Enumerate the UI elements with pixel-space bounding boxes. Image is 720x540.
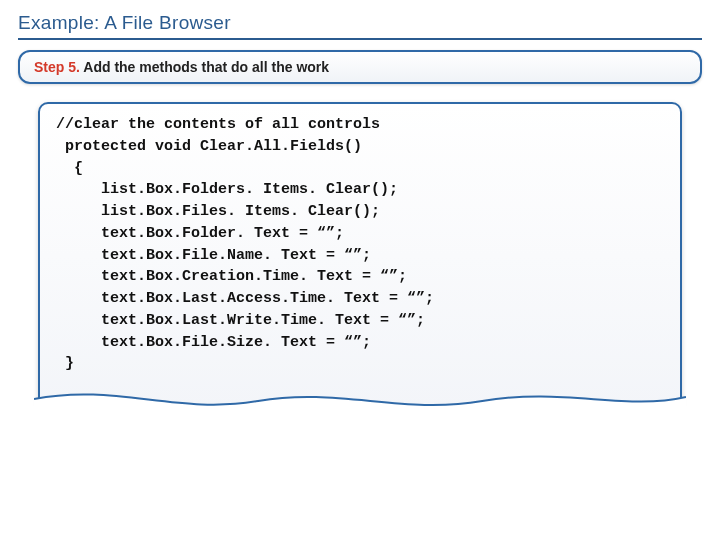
code-line: text.Box.Last.Access.Time. Text = “”; [56, 288, 664, 310]
step-description: Add the methods that do all the work [80, 59, 329, 75]
code-line: text.Box.Folder. Text = “”; [56, 223, 664, 245]
code-line: { [56, 158, 664, 180]
code-line: protected void Clear.All.Fields() [56, 136, 664, 158]
code-line: //clear the contents of all controls [56, 114, 664, 136]
code-line: list.Box.Folders. Items. Clear(); [56, 179, 664, 201]
code-line: } [56, 353, 664, 375]
code-line: list.Box.Files. Items. Clear(); [56, 201, 664, 223]
slide-title: Example: A File Browser [18, 12, 702, 40]
code-line: text.Box.File.Size. Text = “”; [56, 332, 664, 354]
step-number: Step 5. [34, 59, 80, 75]
code-line: text.Box.Creation.Time. Text = “”; [56, 266, 664, 288]
step-bar: Step 5. Add the methods that do all the … [18, 50, 702, 84]
code-box: //clear the contents of all controls pro… [38, 102, 682, 411]
code-line: text.Box.File.Name. Text = “”; [56, 245, 664, 267]
code-line: text.Box.Last.Write.Time. Text = “”; [56, 310, 664, 332]
code-container: //clear the contents of all controls pro… [38, 102, 682, 411]
